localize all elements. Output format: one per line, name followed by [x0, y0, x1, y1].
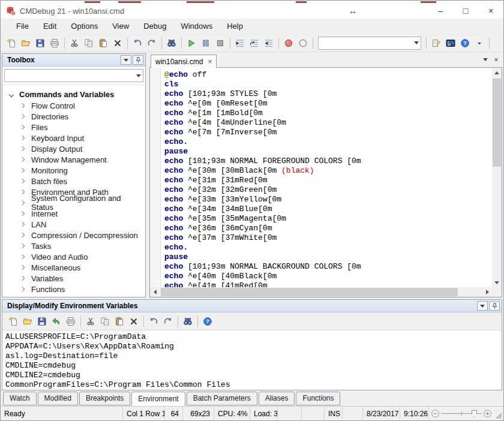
save-file-button[interactable]: [35, 314, 49, 329]
step-out-button[interactable]: [262, 36, 276, 50]
help-button[interactable]: ?: [458, 36, 472, 50]
toolbox-item[interactable]: LAN: [2, 219, 145, 230]
help-button[interactable]: ?: [200, 314, 215, 329]
save-file-button[interactable]: [33, 36, 47, 50]
print-button[interactable]: [64, 314, 78, 329]
pause-button[interactable]: [199, 36, 213, 50]
new-file-button[interactable]: [6, 314, 20, 329]
environment-variable-row[interactable]: ALLUSERSPROFILE=C:\ProgramData: [5, 332, 502, 342]
copy-button[interactable]: [82, 36, 96, 50]
tab-aliases[interactable]: Aliases: [259, 392, 295, 405]
paste-button[interactable]: [96, 36, 110, 50]
menu-debug[interactable]: Debug: [136, 19, 173, 33]
stop-button[interactable]: [213, 36, 227, 50]
toolbox-item[interactable]: System Configuration and Status: [2, 197, 145, 208]
maximize-button[interactable]: □: [453, 4, 478, 18]
menu-options[interactable]: Options: [64, 19, 105, 33]
revert-button[interactable]: [49, 314, 64, 329]
tab-watch[interactable]: Watch: [3, 392, 37, 405]
console-button[interactable]: C:\: [443, 36, 458, 50]
scroll-down-icon[interactable]: [492, 278, 502, 287]
toolbox-item[interactable]: Functions: [2, 284, 145, 294]
toolbox-item[interactable]: Video and Audio: [2, 251, 145, 262]
delete-button[interactable]: [127, 314, 141, 329]
environment-menu-button[interactable]: [477, 301, 488, 311]
overflow-button[interactable]: [472, 36, 487, 50]
environment-variables-list[interactable]: ALLUSERSPROFILE=C:\ProgramDataAPPDATA=C:…: [2, 330, 502, 390]
scroll-right-icon[interactable]: [482, 287, 492, 297]
run-button[interactable]: [184, 36, 199, 50]
tab-list-button[interactable]: [481, 55, 490, 65]
toolbox-menu-button[interactable]: [121, 55, 131, 65]
cut-button[interactable]: [83, 314, 98, 329]
minimize-button[interactable]: –: [428, 4, 453, 18]
close-button[interactable]: ×: [478, 4, 503, 18]
undo-button[interactable]: [130, 36, 145, 50]
environment-pin-button[interactable]: [489, 301, 500, 311]
toolbox-item[interactable]: Keyboard Input: [2, 133, 145, 143]
toolbox-item[interactable]: Flow Control: [2, 100, 145, 111]
chevron-down-icon[interactable]: [134, 70, 143, 82]
toolbox-item[interactable]: Tasks: [2, 240, 145, 251]
editor-tab[interactable]: win10ansi.cmd ×: [151, 55, 217, 68]
toolbox-item[interactable]: Miscellaneous: [2, 262, 145, 273]
toolbox-pin-button[interactable]: [133, 55, 143, 65]
redo-button[interactable]: [145, 36, 159, 50]
scroll-left-icon[interactable]: [150, 287, 160, 297]
copy-button[interactable]: [98, 314, 112, 329]
toolbox-item[interactable]: Window Management: [2, 154, 145, 165]
environment-variable-row[interactable]: CMDLINE2=cmdebug: [5, 371, 502, 380]
menu-file[interactable]: File: [9, 19, 36, 33]
record-button[interactable]: [281, 36, 296, 50]
new-file-button[interactable]: [4, 36, 19, 50]
breakpoint-toggle-button[interactable]: [296, 36, 310, 50]
tab-breakpoints[interactable]: Breakpoints: [79, 392, 130, 405]
zoom-in-icon[interactable]: +: [484, 410, 491, 417]
scroll-up-icon[interactable]: [492, 68, 502, 77]
step-into-button[interactable]: [233, 36, 247, 50]
toolbox-item[interactable]: Batch files: [2, 176, 145, 187]
toolbox-item[interactable]: Directories: [2, 111, 145, 122]
toolbox-root-item[interactable]: Commands and Variables: [2, 89, 145, 100]
toolbox-item[interactable]: Compression / Decompression: [2, 230, 145, 240]
find-button[interactable]: [164, 36, 179, 50]
undo-button[interactable]: [146, 314, 161, 329]
command-combobox[interactable]: [318, 37, 421, 50]
step-over-button[interactable]: [247, 36, 262, 50]
resize-grip[interactable]: [494, 407, 503, 420]
zoom-out-icon[interactable]: −: [431, 410, 439, 417]
menu-view[interactable]: View: [105, 19, 136, 33]
tab-batch-parameters[interactable]: Batch Parameters: [187, 392, 257, 405]
environment-variable-row[interactable]: asl.log=Destination=file: [5, 351, 502, 361]
toolbox-item[interactable]: Variables: [2, 273, 145, 284]
tab-modified[interactable]: Modified: [38, 392, 78, 405]
tabbar-close-button[interactable]: ×: [491, 55, 501, 65]
environment-variable-row[interactable]: CMDLINE=cmdebug: [5, 361, 502, 371]
print-button[interactable]: [47, 36, 62, 50]
vertical-scroll-thumb[interactable]: [493, 79, 501, 167]
menu-windows[interactable]: Windows: [173, 19, 220, 33]
open-file-button[interactable]: [20, 314, 35, 329]
open-file-button[interactable]: [19, 36, 33, 50]
zoom-slider-handle[interactable]: [472, 410, 477, 417]
menu-edit[interactable]: Edit: [36, 19, 64, 33]
paste-button[interactable]: [112, 314, 127, 329]
edit-note-button[interactable]: [429, 36, 443, 50]
editor-horizontal-scrollbar[interactable]: [150, 287, 492, 297]
toolbox-item[interactable]: Display Output: [2, 143, 145, 154]
tab-environment[interactable]: Environment: [131, 392, 185, 406]
delete-button[interactable]: [110, 36, 125, 50]
find-button[interactable]: [181, 314, 195, 329]
tab-close-icon[interactable]: ×: [208, 58, 212, 66]
tab-functions[interactable]: Functions: [296, 392, 340, 405]
environment-variable-row[interactable]: APPDATA=C:\Users\Rex\AppData\Roaming: [5, 342, 502, 351]
zoom-slider[interactable]: − +: [429, 407, 494, 420]
menu-help[interactable]: Help: [220, 19, 250, 33]
editor-vertical-scrollbar[interactable]: [492, 68, 502, 287]
toolbox-item[interactable]: Monitoring: [2, 165, 145, 176]
cut-button[interactable]: [67, 36, 82, 50]
horizontal-scroll-thumb[interactable]: [161, 288, 458, 296]
toolbox-filter-combobox[interactable]: [4, 69, 143, 82]
toolbox-item[interactable]: Files: [2, 122, 145, 133]
code-area[interactable]: @echo offclsecho [101;93m STYLES [0mecho…: [161, 68, 492, 287]
